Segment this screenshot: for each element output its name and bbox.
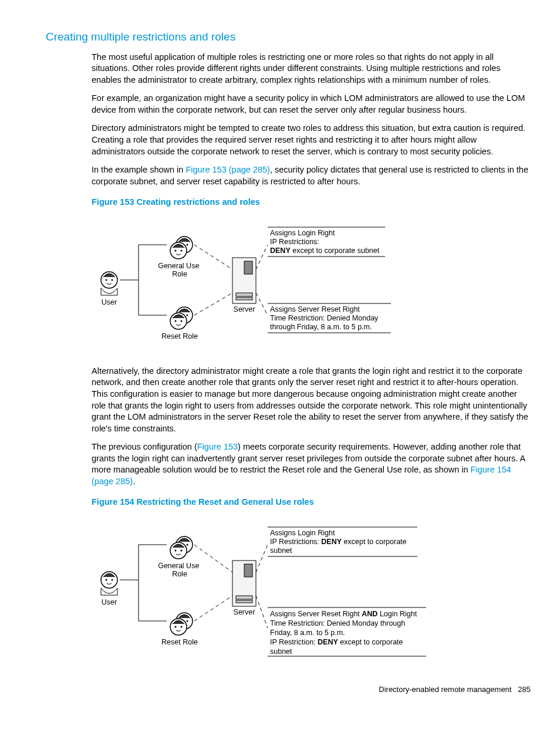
svg-point-1: [106, 279, 107, 281]
reset-role-label: Reset Role: [161, 638, 198, 646]
svg-line-20: [194, 293, 232, 315]
user-label: User: [102, 298, 117, 306]
figure-link[interactable]: Figure 153 (page 285): [185, 165, 270, 174]
svg-text:Assigns Server Reset Right: Assigns Server Reset Right: [270, 305, 360, 313]
svg-text:Assigns Login Right: Assigns Login Right: [270, 229, 335, 237]
text-run: In the example shown in: [92, 165, 185, 174]
reset-role-label: Reset Role: [161, 332, 198, 340]
page-number: 285: [518, 685, 531, 694]
general-role-icon: [170, 237, 193, 259]
svg-point-52: [187, 620, 188, 622]
svg-point-55: [181, 626, 183, 628]
svg-point-11: [175, 249, 177, 251]
page-footer: Directory-enabled remote management 285: [46, 684, 531, 695]
user-icon: [101, 572, 117, 595]
svg-text:Assigns Login Right: Assigns Login Right: [270, 529, 335, 537]
text-run: The previous configuration (: [92, 442, 197, 451]
svg-point-15: [187, 314, 188, 316]
server-icon: [232, 258, 256, 303]
figure-caption: Figure 154 Restricting the Reset and Gen…: [92, 497, 531, 508]
figure-153: User General Use: [92, 217, 531, 352]
footer-text: Directory-enabled remote management: [379, 685, 511, 694]
svg-rect-23: [236, 293, 252, 296]
svg-line-25: [256, 245, 268, 269]
reset-role-icon: [170, 613, 193, 635]
figure-annotation-box: Assigns Server Reset Right AND Login Rig…: [268, 607, 426, 656]
server-label: Server: [234, 305, 255, 313]
svg-rect-60: [236, 596, 252, 599]
svg-text:subnet: subnet: [270, 647, 292, 656]
svg-rect-22: [244, 261, 252, 274]
user-icon: [101, 272, 117, 295]
figure-link[interactable]: Figure 153: [197, 442, 238, 451]
svg-point-49: [181, 550, 183, 552]
svg-point-38: [106, 579, 107, 581]
svg-text:DENY except to corporate subne: DENY except to corporate subnet: [270, 247, 380, 255]
figure-annotation-box: Assigns Login Right IP Restrictions: DEN…: [268, 527, 417, 556]
svg-text:Assigns Server Reset Right AND: Assigns Server Reset Right AND Login Rig…: [270, 610, 417, 618]
svg-point-9: [187, 244, 188, 245]
svg-point-46: [187, 544, 188, 546]
paragraph: Directory administrators might be tempte…: [92, 123, 531, 157]
svg-text:Time Restriction:  Denied Mond: Time Restriction: Denied Monday through: [270, 619, 405, 627]
svg-point-48: [175, 550, 177, 552]
reset-role-icon: [170, 307, 193, 329]
general-role-label: General Use Role: [158, 562, 201, 578]
svg-rect-59: [244, 564, 252, 577]
paragraph: The previous configuration (Figure 153) …: [92, 441, 531, 487]
user-label: User: [102, 598, 117, 606]
svg-rect-24: [236, 298, 252, 300]
svg-point-12: [181, 249, 183, 251]
svg-point-18: [181, 320, 183, 322]
general-role-icon: [170, 536, 193, 559]
svg-text:through Friday, 8 a.m. to 5 p.: through Friday, 8 a.m. to 5 p.m.: [270, 323, 372, 331]
figure-annotation-box: Assigns Server Reset Right Time Restrict…: [268, 303, 391, 333]
svg-line-57: [194, 596, 232, 621]
server-icon: [232, 561, 256, 606]
svg-text:IP Restrictions:  DENY except : IP Restrictions: DENY except to corporat…: [270, 538, 407, 546]
svg-point-39: [112, 579, 113, 581]
figure-caption: Figure 153 Creating restrictions and rol…: [92, 197, 531, 208]
paragraph: The most useful application of multiple …: [92, 52, 531, 86]
svg-point-54: [175, 626, 177, 628]
svg-text:IP Restriction:  DENY except t: IP Restriction: DENY except to corporate: [270, 638, 403, 646]
svg-text:Time Restriction:  Denied Mond: Time Restriction: Denied Monday: [270, 314, 379, 322]
general-role-label: General Use Role: [158, 262, 201, 278]
text-run: .: [133, 477, 135, 486]
paragraph: In the example shown in Figure 153 (page…: [92, 164, 531, 187]
svg-rect-61: [236, 600, 252, 603]
svg-text:IP Restrictions:: IP Restrictions:: [270, 238, 319, 246]
svg-line-62: [256, 545, 268, 572]
svg-point-2: [112, 279, 113, 281]
section-heading: Creating multiple restrictions and roles: [46, 29, 531, 45]
paragraph: Alternatively, the directory administrat…: [92, 366, 531, 434]
paragraph: For example, an organization might have …: [92, 93, 531, 116]
figure-154: User General Use R: [92, 517, 531, 669]
figure-annotation-box: Assigns Login Right IP Restrictions: DEN…: [268, 227, 385, 256]
svg-line-63: [256, 596, 268, 628]
svg-point-17: [175, 320, 177, 322]
svg-line-26: [256, 293, 268, 315]
server-label: Server: [234, 608, 255, 616]
svg-text:subnet: subnet: [270, 546, 292, 555]
svg-text:Friday, 8 a.m. to 5 p.m.: Friday, 8 a.m. to 5 p.m.: [270, 629, 345, 637]
